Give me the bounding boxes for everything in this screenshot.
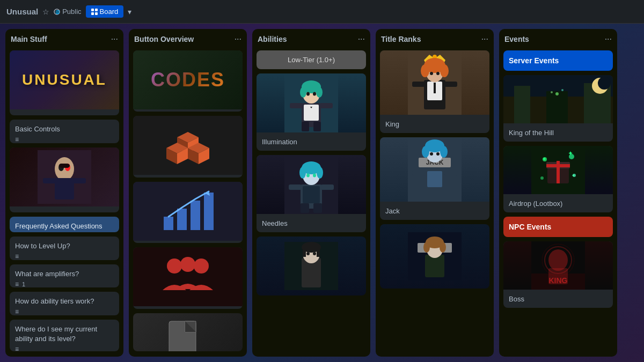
svg-text:🌐: 🌐 [55,10,60,14]
card-basic-controls[interactable]: Basic Controls ≡ [10,120,119,143]
card-basic-controls-meta-icon: ≡ [15,136,19,143]
column-menu-main-stuff[interactable]: ··· [111,34,118,44]
svg-point-130 [548,249,568,271]
card-codes[interactable]: CODES Codes [133,50,243,112]
svg-rect-119 [546,164,570,167]
svg-point-91 [422,146,429,158]
svg-point-103 [423,242,430,253]
card-boss[interactable]: KING Boss [503,241,613,308]
card-how-to-level[interactable]: How to Level Up? ≡ [10,237,119,260]
svg-point-41 [300,87,306,98]
column-events: Events ··· Server Events [499,29,617,357]
column-header-main-stuff: Main Stuff ··· [10,34,119,46]
svg-rect-26 [204,193,214,230]
joker-ability-char [284,242,338,290]
card-airdrop[interactable]: ✦ ✦ ✦ Airdrop (Lootbox) [503,146,613,212]
unusual-logo-bg: UNUSUAL [10,50,119,109]
column-title-abilities: Abilities [258,35,287,43]
star-icon[interactable]: ☆ [42,8,49,16]
card-low-tier[interactable]: Low-Tier (1.0+) [257,50,366,69]
board-button[interactable]: Board [86,5,124,18]
koth-image [503,75,613,123]
svg-rect-45 [290,103,303,108]
card-what-is-unusual[interactable]: UNUSUAL What is "Unusual"? [10,50,119,115]
svg-point-123 [540,176,544,180]
last-card-bg [133,313,243,351]
svg-point-79 [440,64,449,77]
card-joker-ability[interactable] [257,237,366,295]
svg-rect-58 [289,184,302,190]
column-title-main-stuff: Main Stuff [11,35,47,43]
svg-point-54 [299,167,306,179]
column-menu-events[interactable]: ··· [605,34,612,44]
column-menu-abilities[interactable]: ··· [358,34,365,44]
svg-rect-59 [321,184,334,190]
column-menu-title-ranks[interactable]: ··· [481,34,488,44]
card-inventory[interactable]: Inventory [133,116,243,177]
card-npc-events[interactable]: NPC Events [503,217,613,237]
card-server-events[interactable]: Server Events [503,50,613,71]
svg-point-113 [561,89,564,91]
svg-rect-47 [302,122,309,131]
svg-point-81 [436,72,440,75]
card-joker-rank[interactable]: JOKER [380,224,489,289]
joker-rank-char: JOKER [408,232,462,280]
inventory-icon [164,121,212,169]
svg-rect-4 [91,12,94,15]
svg-rect-96 [444,171,457,176]
card-needles[interactable]: Needles [257,155,366,232]
card-amplifiers[interactable]: What are amplifiers? ≡ 1 [10,264,119,288]
column-menu-button-overview[interactable]: ··· [235,34,241,44]
svg-rect-107 [514,86,530,123]
codes-text: CODES [151,69,225,91]
crew-icon [158,253,217,301]
card-current-ability[interactable]: Where do I see my current ability and it… [10,320,119,351]
svg-point-94 [436,152,440,156]
card-king[interactable]: King [380,50,489,133]
card-crew[interactable]: Crew [133,247,243,308]
svg-rect-48 [313,122,321,131]
inventory-bg [133,116,243,175]
card-faq[interactable]: Frequently Asked Questions [10,217,119,232]
card-ability-tiers[interactable]: How do ability tiers work? ≡ [10,292,119,315]
card-jack-label: Jack [385,207,400,215]
svg-point-42 [316,87,323,98]
svg-point-69 [313,252,316,255]
crew-bg [133,247,243,306]
svg-rect-95 [412,171,425,176]
svg-rect-8 [55,178,74,200]
card-last[interactable] [133,313,243,351]
column-title-ranks: Title Ranks ··· [376,29,494,357]
card-king-label: King [385,120,399,128]
board-button-label: Board [100,8,119,16]
svg-rect-75 [434,83,436,93]
king-char [408,50,462,115]
visibility-badge[interactable]: 🌐 Public [54,8,81,16]
card-current-ability-icon: ≡ [15,345,19,351]
card-illumination[interactable]: Illumination [257,73,366,151]
card-boss-label: Boss [509,295,524,303]
svg-point-28 [167,258,182,274]
card-king-of-hill[interactable]: King of the Hill [503,75,613,142]
column-title-events: Events [504,35,529,43]
card-links[interactable]: Links [10,147,119,212]
svg-point-55 [317,167,323,179]
card-amplifiers-badge: 1 [22,281,25,287]
column-header-abilities: Abilities ··· [257,34,366,46]
card-jack[interactable]: JACK [380,137,489,220]
svg-rect-2 [91,9,94,11]
svg-point-93 [430,152,433,156]
svg-rect-25 [191,201,200,230]
column-main-stuff: Main Stuff ··· UNUSUAL What is "Unusual"… [5,29,123,357]
airdrop-image: ✦ ✦ ✦ [531,146,585,194]
visibility-label: Public [62,8,81,16]
column-button-overview: Button Overview ··· CODES Codes [129,29,247,357]
svg-point-80 [430,72,433,75]
svg-point-43 [306,92,310,96]
card-stats[interactable]: Stats [133,182,243,243]
column-abilities: Abilities ··· Low-Tier (1.0+) [252,29,370,357]
unusual-logo-text: UNUSUAL [22,71,107,88]
topbar-chevron-icon[interactable]: ▾ [128,8,131,16]
svg-rect-61 [313,203,322,213]
svg-rect-3 [95,9,98,11]
